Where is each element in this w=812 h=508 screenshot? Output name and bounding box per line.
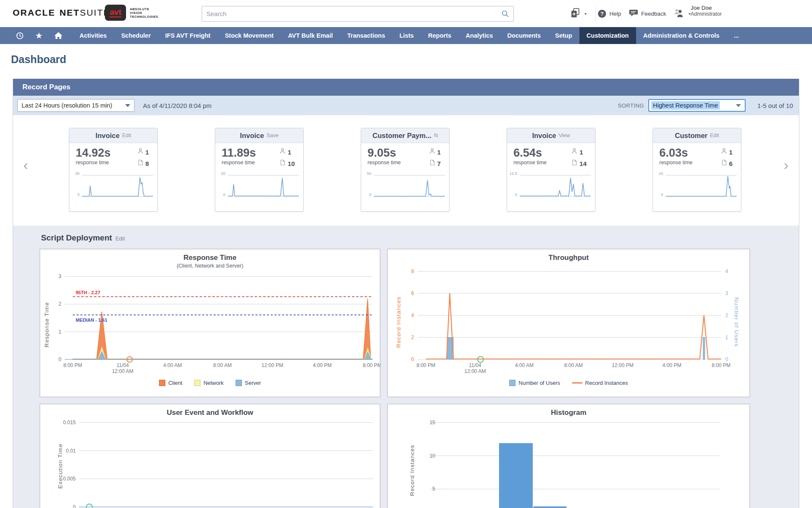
response-time-chart: Response Time(Client, Network and Server…	[40, 249, 380, 397]
feedback-button[interactable]: Feedback	[629, 0, 666, 27]
card-action-link[interactable]: View	[559, 133, 570, 138]
record-card[interactable]: InvoiceSave11.89sresponse time110200	[215, 128, 304, 212]
svg-text:?: ?	[601, 11, 604, 17]
section-edit-link[interactable]: Edit	[115, 235, 125, 242]
legend-item: Network	[194, 380, 224, 386]
netsuite-wordmark-bold: NET	[60, 8, 80, 17]
user-event-workflow-chart: User Event and Workflow0.0150.010.0050Ex…	[40, 404, 380, 508]
legend-swatch	[236, 380, 242, 386]
nav-item-more[interactable]: ...	[734, 27, 739, 44]
card-body: 11.89sresponse time110	[215, 143, 303, 168]
user-name: Joe Doe	[691, 5, 722, 11]
sparkline: 150	[653, 171, 741, 203]
record-card[interactable]: InvoiceEdit14.92sresponse time18300	[69, 128, 158, 212]
legend-swatch	[159, 380, 165, 386]
nav-item-administration-controls[interactable]: Administration & Controls	[643, 27, 719, 44]
nav-item-stock-movement[interactable]: Stock Movement	[225, 27, 274, 44]
nav-item-setup[interactable]: Setup	[555, 27, 572, 44]
record-cards-strip: ‹ › InvoiceEdit14.92sresponse time18300I…	[13, 115, 799, 226]
spark-min-label: 0	[217, 192, 225, 197]
card-body: 14.92sresponse time18	[69, 143, 157, 168]
user-icon	[279, 148, 286, 156]
spark-plot	[227, 172, 300, 200]
svg-text:8:00 PM: 8:00 PM	[63, 362, 82, 368]
card-metric: 11.89sresponse time	[222, 147, 256, 168]
page-icon	[721, 159, 727, 168]
nav-item-transactions[interactable]: Transactions	[347, 27, 385, 44]
help-button[interactable]: ? Help	[598, 0, 621, 27]
response-time-value: 14.92s	[76, 147, 111, 159]
card-counts: 16	[721, 148, 732, 168]
nav-item-documents[interactable]: Documents	[508, 27, 541, 44]
new-record-menu[interactable]: ▾	[570, 0, 587, 27]
card-action-link[interactable]: Edit	[710, 133, 719, 138]
svg-text:1: 1	[725, 334, 728, 340]
svg-text:4:00 AM: 4:00 AM	[515, 362, 534, 368]
users-count: 1	[721, 148, 732, 156]
users-count: 1	[279, 148, 295, 156]
nav-item-ifs-avt-freight[interactable]: IFS AVT Freight	[165, 27, 211, 44]
svg-text:8:00 PM: 8:00 PM	[417, 362, 436, 368]
nav-item-activities[interactable]: Activities	[80, 27, 107, 44]
nav-item-lists[interactable]: Lists	[399, 27, 414, 44]
card-action-link[interactable]: Edit	[122, 133, 132, 138]
card-title: Invoice	[96, 132, 120, 140]
spark-plot	[664, 172, 738, 200]
global-search	[202, 6, 514, 22]
card-header: InvoiceSave	[215, 128, 303, 143]
top-bar: ORACLENETSUITE avt ABSOLUTEVISIONTECHNOL…	[0, 0, 812, 27]
home-icon[interactable]	[54, 31, 63, 40]
svg-text:8:00 AM: 8:00 AM	[213, 362, 232, 368]
dropdown-arrow-icon	[125, 104, 130, 107]
nav-item-avt-bulk-email[interactable]: AVT Bulk Email	[288, 27, 333, 44]
sorting-label: SORTING	[618, 102, 644, 109]
users-count-value: 1	[579, 149, 583, 156]
record-card[interactable]: Customer Paym...N9.05sresponse time17500	[361, 128, 450, 212]
section-title-text: Script Deployment	[41, 233, 112, 242]
time-range-select[interactable]: Last 24 Hours (resolution 15 min)	[17, 99, 134, 112]
recent-records-icon[interactable]	[15, 31, 24, 40]
spark-min-label: 0	[363, 192, 371, 197]
chevron-down-icon: ▾	[584, 11, 587, 16]
spark-min-label: 0	[655, 192, 663, 197]
histogram-plot: 15105Record Instances	[388, 420, 750, 508]
throughput-plot: 84634221008:00 PM11/0412:00 AM4:00 AM8:0…	[388, 268, 750, 376]
script-deployment-section: Script DeploymentEdit Response Time(Clie…	[13, 226, 799, 508]
record-card[interactable]: InvoiceView6.54sresponse time11412.50	[507, 128, 595, 212]
pages-count-value: 6	[729, 160, 732, 167]
search-input[interactable]	[202, 10, 501, 17]
script-deployment-title: Script DeploymentEdit	[41, 233, 125, 243]
sorting-select[interactable]: Highest Response Time	[648, 99, 746, 112]
user-info: Joe Doe Administrator	[691, 5, 722, 17]
pages-count: 7	[429, 159, 441, 168]
shortcuts-star-icon[interactable]: ★	[35, 31, 43, 40]
card-action-link[interactable]: Save	[266, 133, 279, 138]
carousel-prev-button[interactable]: ‹	[23, 157, 28, 172]
svg-text:0: 0	[73, 504, 76, 508]
netsuite-dashboard: ORACLENETSUITE avt ABSOLUTEVISIONTECHNOL…	[0, 0, 812, 508]
svg-text:12:00 PM: 12:00 PM	[612, 362, 634, 368]
nav-item-analytics[interactable]: Analytics	[466, 27, 493, 44]
carousel-next-button[interactable]: ›	[784, 157, 788, 172]
response-time-caption: response time	[659, 160, 693, 166]
spark-max-label: 12.5	[509, 171, 517, 176]
svg-text:2: 2	[725, 312, 728, 318]
nav-item-scheduler[interactable]: Scheduler	[121, 27, 151, 44]
oracle-netsuite-logo[interactable]: ORACLENETSUITE	[13, 8, 110, 18]
avt-logo-text: avt	[110, 8, 121, 17]
search-icon[interactable]	[501, 10, 509, 18]
svg-text:4:00 AM: 4:00 AM	[163, 362, 182, 368]
users-count: 1	[137, 148, 149, 156]
svg-text:15: 15	[430, 420, 436, 425]
user-menu[interactable]: ▾	[673, 0, 691, 27]
record-card[interactable]: CustomerEdit6.03sresponse time16150	[653, 128, 741, 212]
card-action-link[interactable]: N	[434, 133, 438, 138]
nav-item-reports[interactable]: Reports	[428, 27, 451, 44]
svg-text:Record Instances: Record Instances	[409, 444, 415, 496]
chart-title: Throughput	[388, 254, 749, 262]
chart-title: Response Time	[40, 254, 380, 262]
svg-text:2: 2	[411, 334, 414, 340]
nav-item-customization[interactable]: Customization	[579, 27, 636, 44]
svg-text:0.015: 0.015	[63, 420, 76, 425]
sparkline: 500	[361, 171, 449, 203]
